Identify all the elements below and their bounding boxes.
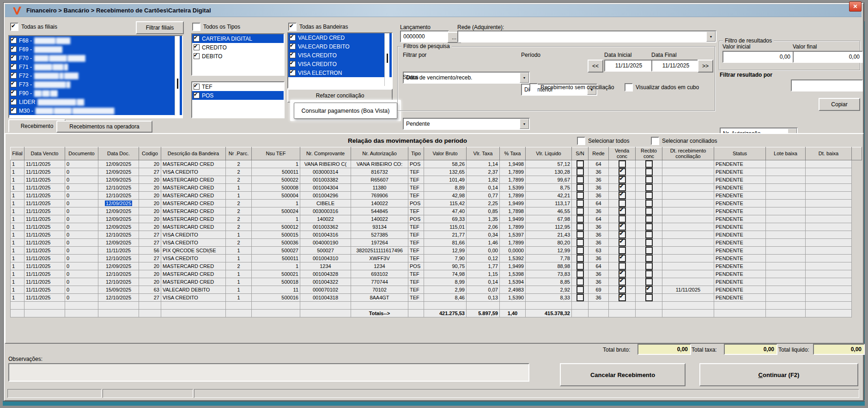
- table-row[interactable]: 111/11/2025012/10/202527VISA CREDITO1500…: [11, 294, 862, 302]
- cell-vencto[interactable]: 11/11/2025: [24, 262, 65, 270]
- table-row[interactable]: 111/11/2025012/09/202520MASTERCARD CRED2…: [11, 176, 862, 184]
- venda-checkbox-cell[interactable]: [609, 176, 636, 184]
- sn-checkbox-cell[interactable]: [572, 278, 589, 286]
- recbto-checkbox[interactable]: [645, 192, 653, 199]
- cell-taxa[interactable]: 1,15: [467, 270, 500, 278]
- cell-rede[interactable]: 36: [589, 168, 609, 176]
- bandeiras-scrollbar[interactable]: [384, 33, 389, 86]
- cell-comp[interactable]: 001004318: [300, 294, 351, 302]
- recbto-checkbox[interactable]: [645, 247, 653, 254]
- cell-cod[interactable]: 20: [139, 160, 161, 168]
- cell-band[interactable]: MASTERCARD CRED: [161, 262, 226, 270]
- filial-item[interactable]: F68 -██████ ████: [9, 36, 182, 45]
- cell-datadoc[interactable]: 12/10/2025: [98, 184, 139, 192]
- venda-checkbox-cell[interactable]: [609, 239, 636, 247]
- cell-lote[interactable]: [766, 239, 806, 247]
- cell-dtconc[interactable]: [662, 223, 714, 231]
- sn-checkbox[interactable]: [577, 176, 584, 183]
- cell-filial[interactable]: 1: [11, 270, 24, 278]
- cell-parc[interactable]: 2: [226, 207, 252, 215]
- cell-vencto[interactable]: 11/11/2025: [24, 160, 65, 168]
- cell-nsu[interactable]: 11: [252, 286, 300, 294]
- column-header[interactable]: Nr .Parc.: [226, 147, 252, 160]
- item-checkbox[interactable]: [194, 36, 200, 42]
- cell-lote[interactable]: [766, 231, 806, 239]
- cell-tipo[interactable]: TEF: [408, 168, 424, 176]
- sn-checkbox[interactable]: [577, 239, 584, 246]
- cell-tipo[interactable]: TEF: [408, 286, 424, 294]
- recbto-checkbox-cell[interactable]: [636, 294, 662, 302]
- cell-vencto[interactable]: 11/11/2025: [24, 286, 65, 294]
- sn-checkbox-cell[interactable]: [572, 192, 589, 200]
- cell-bruto[interactable]: 58,26: [424, 160, 467, 168]
- cell-doc[interactable]: 0: [65, 247, 98, 255]
- cell-band[interactable]: MASTERCARD CRED: [161, 215, 226, 223]
- cell-dtbaixa[interactable]: [806, 262, 852, 270]
- cell-tipo[interactable]: TEF: [408, 176, 424, 184]
- all-tipos-checkbox-row[interactable]: Todos os Tipos: [192, 23, 240, 31]
- cell-datadoc[interactable]: 12/10/2025: [98, 231, 139, 239]
- chevron-down-icon[interactable]: [520, 73, 529, 83]
- venda-checkbox[interactable]: [619, 184, 626, 191]
- item-checkbox[interactable]: [11, 73, 17, 79]
- cell-parc[interactable]: 1: [226, 270, 252, 278]
- cell-cod[interactable]: 20: [139, 223, 161, 231]
- recbto-checkbox-cell[interactable]: [636, 207, 662, 215]
- venda-checkbox-cell[interactable]: [609, 255, 636, 262]
- column-header[interactable]: Dt. recebimento conciliação: [662, 147, 714, 160]
- cell-comp[interactable]: 001003382: [300, 176, 351, 184]
- all-tipos-checkbox[interactable]: [192, 23, 200, 31]
- cancelar-recebimento-button[interactable]: Cancelar Recebimento: [560, 363, 686, 386]
- recbto-checkbox-cell[interactable]: [636, 215, 662, 223]
- cell-doc[interactable]: 0: [65, 215, 98, 223]
- cell-cod[interactable]: 27: [139, 255, 161, 262]
- meio-item[interactable]: POS: [192, 91, 284, 100]
- bandeira-item[interactable]: VISA CREDITO: [288, 60, 392, 68]
- column-header[interactable]: Documento: [65, 147, 98, 160]
- cell-vencto[interactable]: 11/11/2025: [24, 200, 65, 207]
- table-row[interactable]: 111/11/2025012/10/202520MASTERCARD CRED1…: [11, 270, 862, 278]
- all-bandeiras-checkbox[interactable]: [288, 23, 297, 31]
- venda-checkbox-cell[interactable]: [609, 286, 636, 294]
- cell-parc[interactable]: 1: [226, 255, 252, 262]
- cell-datadoc[interactable]: 12/10/2025: [98, 255, 139, 262]
- sn-checkbox-cell[interactable]: [572, 168, 589, 176]
- table-row[interactable]: 111/11/2025012/10/202520MASTERCARD CRED1…: [11, 184, 862, 192]
- cell-band[interactable]: VALECARD DEBITO: [161, 286, 226, 294]
- cell-dtbaixa[interactable]: [806, 239, 852, 247]
- cell-dtconc[interactable]: [662, 215, 714, 223]
- table-row[interactable]: 111/11/2025012/09/202520MASTERCARD CRED2…: [11, 207, 862, 215]
- recbto-checkbox-cell[interactable]: [636, 270, 662, 278]
- selecionar-conciliados-row[interactable]: Selecionar conciliados: [651, 137, 717, 145]
- cell-bruto[interactable]: 8,99: [424, 278, 467, 286]
- recbto-checkbox-cell[interactable]: [636, 247, 662, 255]
- recbto-checkbox[interactable]: [645, 215, 653, 223]
- column-header[interactable]: Rede: [589, 147, 609, 160]
- cell-rede[interactable]: 36: [589, 192, 609, 200]
- cell-dtconc[interactable]: [662, 262, 714, 270]
- venda-checkbox-cell[interactable]: [609, 192, 636, 200]
- venda-checkbox[interactable]: [619, 231, 626, 238]
- cell-nsu[interactable]: 500015: [252, 231, 300, 239]
- column-header[interactable]: Data Doc.: [98, 147, 139, 160]
- cell-filial[interactable]: 1: [11, 215, 24, 223]
- cell-status[interactable]: PENDENTE: [714, 168, 766, 176]
- cell-taxa[interactable]: 1,77: [467, 262, 500, 270]
- cell-dtbaixa[interactable]: [806, 223, 852, 231]
- recbto-checkbox[interactable]: [645, 200, 653, 207]
- cell-bruto[interactable]: 90,75: [424, 262, 467, 270]
- cell-taxa[interactable]: 2,06: [467, 223, 500, 231]
- selecionar-todos-checkbox[interactable]: [577, 137, 585, 145]
- venda-checkbox-cell[interactable]: [609, 168, 636, 176]
- filtrar-resultado-input[interactable]: [791, 79, 863, 91]
- continuar-button[interactable]: Continuar (F2): [699, 363, 858, 386]
- item-checkbox[interactable]: [194, 44, 200, 50]
- cell-comp[interactable]: 001003362: [300, 223, 351, 231]
- cell-band[interactable]: MASTERCARD CRED: [161, 184, 226, 192]
- column-header[interactable]: Nsu TEF: [252, 147, 300, 160]
- filiais-list[interactable]: F68 -██████ ████F69 -████████F70 -████ █…: [8, 35, 183, 118]
- next-period-button[interactable]: >>: [698, 60, 713, 73]
- cell-datadoc[interactable]: 12/10/2025: [98, 270, 139, 278]
- recbto-checkbox[interactable]: [645, 160, 653, 168]
- cell-taxa[interactable]: 1,35: [467, 215, 500, 223]
